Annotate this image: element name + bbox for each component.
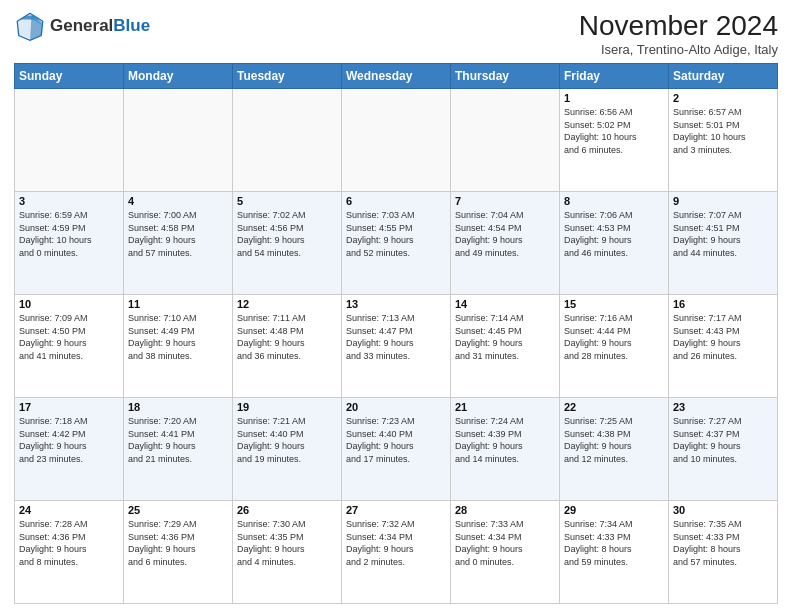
calendar-cell: 25Sunrise: 7:29 AM Sunset: 4:36 PM Dayli… [124,501,233,604]
header: GeneralBlue November 2024 Isera, Trentin… [14,10,778,57]
logo-general: General [50,16,113,35]
day-number: 21 [455,401,555,413]
calendar-cell: 13Sunrise: 7:13 AM Sunset: 4:47 PM Dayli… [342,295,451,398]
calendar-cell: 18Sunrise: 7:20 AM Sunset: 4:41 PM Dayli… [124,398,233,501]
calendar-cell: 30Sunrise: 7:35 AM Sunset: 4:33 PM Dayli… [669,501,778,604]
day-number: 14 [455,298,555,310]
calendar-week-row: 1Sunrise: 6:56 AM Sunset: 5:02 PM Daylig… [15,89,778,192]
calendar-cell: 17Sunrise: 7:18 AM Sunset: 4:42 PM Dayli… [15,398,124,501]
day-info: Sunrise: 7:34 AM Sunset: 4:33 PM Dayligh… [564,518,664,568]
calendar-cell [451,89,560,192]
calendar-cell: 29Sunrise: 7:34 AM Sunset: 4:33 PM Dayli… [560,501,669,604]
day-number: 7 [455,195,555,207]
calendar-cell: 22Sunrise: 7:25 AM Sunset: 4:38 PM Dayli… [560,398,669,501]
day-info: Sunrise: 7:35 AM Sunset: 4:33 PM Dayligh… [673,518,773,568]
day-info: Sunrise: 7:28 AM Sunset: 4:36 PM Dayligh… [19,518,119,568]
calendar-cell [233,89,342,192]
calendar-week-row: 17Sunrise: 7:18 AM Sunset: 4:42 PM Dayli… [15,398,778,501]
day-info: Sunrise: 7:09 AM Sunset: 4:50 PM Dayligh… [19,312,119,362]
calendar-cell: 11Sunrise: 7:10 AM Sunset: 4:49 PM Dayli… [124,295,233,398]
day-info: Sunrise: 6:57 AM Sunset: 5:01 PM Dayligh… [673,106,773,156]
calendar-cell: 1Sunrise: 6:56 AM Sunset: 5:02 PM Daylig… [560,89,669,192]
day-info: Sunrise: 7:13 AM Sunset: 4:47 PM Dayligh… [346,312,446,362]
day-info: Sunrise: 7:29 AM Sunset: 4:36 PM Dayligh… [128,518,228,568]
month-title: November 2024 [579,10,778,42]
calendar-cell: 27Sunrise: 7:32 AM Sunset: 4:34 PM Dayli… [342,501,451,604]
calendar-cell [124,89,233,192]
day-info: Sunrise: 7:04 AM Sunset: 4:54 PM Dayligh… [455,209,555,259]
day-info: Sunrise: 7:17 AM Sunset: 4:43 PM Dayligh… [673,312,773,362]
day-number: 1 [564,92,664,104]
day-number: 28 [455,504,555,516]
day-info: Sunrise: 7:27 AM Sunset: 4:37 PM Dayligh… [673,415,773,465]
logo-text: GeneralBlue [50,17,150,36]
day-info: Sunrise: 7:00 AM Sunset: 4:58 PM Dayligh… [128,209,228,259]
day-number: 27 [346,504,446,516]
calendar-week-row: 24Sunrise: 7:28 AM Sunset: 4:36 PM Dayli… [15,501,778,604]
day-info: Sunrise: 7:18 AM Sunset: 4:42 PM Dayligh… [19,415,119,465]
calendar-cell: 2Sunrise: 6:57 AM Sunset: 5:01 PM Daylig… [669,89,778,192]
day-number: 23 [673,401,773,413]
day-info: Sunrise: 7:03 AM Sunset: 4:55 PM Dayligh… [346,209,446,259]
calendar-cell: 23Sunrise: 7:27 AM Sunset: 4:37 PM Dayli… [669,398,778,501]
day-number: 8 [564,195,664,207]
day-number: 2 [673,92,773,104]
calendar-day-header: Monday [124,64,233,89]
calendar-cell: 14Sunrise: 7:14 AM Sunset: 4:45 PM Dayli… [451,295,560,398]
calendar-cell: 16Sunrise: 7:17 AM Sunset: 4:43 PM Dayli… [669,295,778,398]
calendar-cell: 26Sunrise: 7:30 AM Sunset: 4:35 PM Dayli… [233,501,342,604]
day-number: 10 [19,298,119,310]
calendar-cell: 3Sunrise: 6:59 AM Sunset: 4:59 PM Daylig… [15,192,124,295]
day-info: Sunrise: 6:56 AM Sunset: 5:02 PM Dayligh… [564,106,664,156]
day-info: Sunrise: 7:02 AM Sunset: 4:56 PM Dayligh… [237,209,337,259]
day-info: Sunrise: 7:30 AM Sunset: 4:35 PM Dayligh… [237,518,337,568]
day-info: Sunrise: 7:16 AM Sunset: 4:44 PM Dayligh… [564,312,664,362]
day-number: 25 [128,504,228,516]
day-number: 4 [128,195,228,207]
day-info: Sunrise: 7:25 AM Sunset: 4:38 PM Dayligh… [564,415,664,465]
day-info: Sunrise: 7:21 AM Sunset: 4:40 PM Dayligh… [237,415,337,465]
logo-icon [14,10,46,42]
calendar-week-row: 3Sunrise: 6:59 AM Sunset: 4:59 PM Daylig… [15,192,778,295]
day-number: 19 [237,401,337,413]
calendar-cell: 21Sunrise: 7:24 AM Sunset: 4:39 PM Dayli… [451,398,560,501]
day-number: 6 [346,195,446,207]
page: GeneralBlue November 2024 Isera, Trentin… [0,0,792,612]
day-info: Sunrise: 7:11 AM Sunset: 4:48 PM Dayligh… [237,312,337,362]
calendar-table: SundayMondayTuesdayWednesdayThursdayFrid… [14,63,778,604]
logo: GeneralBlue [14,10,150,42]
logo-blue: Blue [113,16,150,35]
calendar-day-header: Saturday [669,64,778,89]
calendar-cell [15,89,124,192]
day-number: 29 [564,504,664,516]
calendar-cell: 7Sunrise: 7:04 AM Sunset: 4:54 PM Daylig… [451,192,560,295]
calendar-day-header: Thursday [451,64,560,89]
calendar-cell: 20Sunrise: 7:23 AM Sunset: 4:40 PM Dayli… [342,398,451,501]
subtitle: Isera, Trentino-Alto Adige, Italy [579,42,778,57]
calendar-cell: 8Sunrise: 7:06 AM Sunset: 4:53 PM Daylig… [560,192,669,295]
day-number: 24 [19,504,119,516]
day-number: 5 [237,195,337,207]
calendar-cell: 15Sunrise: 7:16 AM Sunset: 4:44 PM Dayli… [560,295,669,398]
calendar-day-header: Tuesday [233,64,342,89]
day-info: Sunrise: 7:23 AM Sunset: 4:40 PM Dayligh… [346,415,446,465]
day-number: 30 [673,504,773,516]
day-number: 17 [19,401,119,413]
day-number: 20 [346,401,446,413]
calendar-cell: 4Sunrise: 7:00 AM Sunset: 4:58 PM Daylig… [124,192,233,295]
day-info: Sunrise: 7:06 AM Sunset: 4:53 PM Dayligh… [564,209,664,259]
day-info: Sunrise: 7:20 AM Sunset: 4:41 PM Dayligh… [128,415,228,465]
day-info: Sunrise: 7:33 AM Sunset: 4:34 PM Dayligh… [455,518,555,568]
day-info: Sunrise: 6:59 AM Sunset: 4:59 PM Dayligh… [19,209,119,259]
day-number: 22 [564,401,664,413]
calendar-cell: 28Sunrise: 7:33 AM Sunset: 4:34 PM Dayli… [451,501,560,604]
day-number: 18 [128,401,228,413]
calendar-week-row: 10Sunrise: 7:09 AM Sunset: 4:50 PM Dayli… [15,295,778,398]
day-number: 13 [346,298,446,310]
title-section: November 2024 Isera, Trentino-Alto Adige… [579,10,778,57]
calendar-cell: 5Sunrise: 7:02 AM Sunset: 4:56 PM Daylig… [233,192,342,295]
calendar-day-header: Wednesday [342,64,451,89]
day-info: Sunrise: 7:14 AM Sunset: 4:45 PM Dayligh… [455,312,555,362]
day-number: 11 [128,298,228,310]
day-number: 26 [237,504,337,516]
